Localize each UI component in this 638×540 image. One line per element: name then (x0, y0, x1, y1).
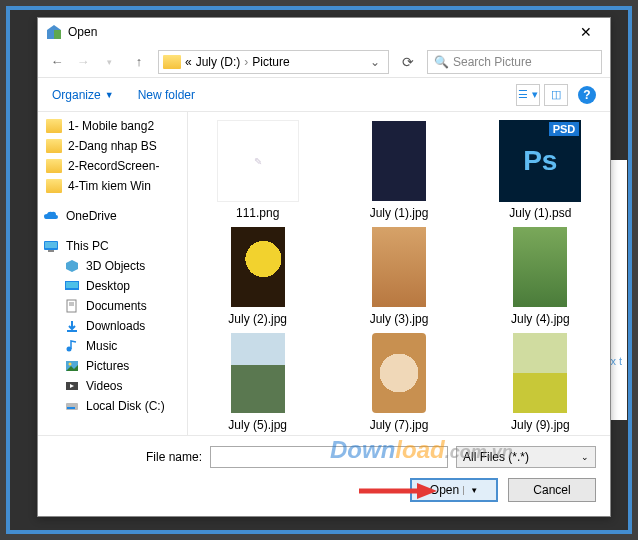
sidebar-this-pc[interactable]: This PC (38, 236, 187, 256)
sidebar-music[interactable]: Music (38, 336, 187, 356)
sidebar-item-label: Documents (86, 299, 147, 313)
sidebar-videos[interactable]: Videos (38, 376, 187, 396)
sidebar-item-label: 2-Dang nhap BS (68, 139, 157, 153)
sidebar-item-label: 4-Tim kiem Win (68, 179, 151, 193)
file-type-filter[interactable]: All Files (*.*)⌄ (456, 446, 596, 468)
file-item[interactable]: July (7).jpg (339, 332, 458, 432)
view-mode-button[interactable]: ☰ ▾ (516, 84, 540, 106)
pc-icon (42, 239, 60, 253)
nav-up-button[interactable]: ↑ (128, 51, 150, 73)
svg-marker-6 (66, 260, 78, 272)
refresh-button[interactable]: ⟳ (397, 51, 419, 73)
sidebar-item-label: This PC (66, 239, 109, 253)
close-button[interactable]: ✕ (570, 24, 602, 40)
cloud-icon (42, 209, 60, 223)
thumbnail (358, 226, 440, 308)
nav-back-button[interactable]: ← (46, 51, 68, 73)
psd-badge: PSD (549, 122, 580, 136)
crumb-prefix: « (185, 55, 192, 69)
sidebar-item-label: Videos (86, 379, 122, 393)
music-icon (64, 339, 80, 353)
file-item[interactable]: ✎111.png (198, 120, 317, 220)
file-label: July (3).jpg (339, 312, 458, 326)
documents-icon (64, 299, 80, 313)
file-item[interactable]: July (2).jpg (198, 226, 317, 326)
open-file-dialog: Open ✕ ← → ▾ ↑ « July (D:) › Picture ⌄ ⟳… (37, 17, 611, 517)
sidebar-item-label: 2-RecordScreen- (68, 159, 159, 173)
svg-rect-2 (47, 30, 54, 39)
sidebar-documents[interactable]: Documents (38, 296, 187, 316)
folder-icon (46, 139, 62, 153)
crumb-drive[interactable]: July (D:) (196, 55, 241, 69)
crumb-folder[interactable]: Picture (252, 55, 289, 69)
sidebar-pictures[interactable]: Pictures (38, 356, 187, 376)
file-item[interactable]: July (5).jpg (198, 332, 317, 432)
sidebar: 1- Mobile bang2 2-Dang nhap BS 2-RecordS… (38, 112, 188, 435)
help-button[interactable]: ? (578, 86, 596, 104)
toolbar: Organize▼ New folder ☰ ▾ ◫ ? (38, 78, 610, 112)
sidebar-onedrive[interactable]: OneDrive (38, 206, 187, 226)
chevron-down-icon: ⌄ (581, 452, 589, 462)
disk-icon (64, 399, 80, 413)
file-label: July (1).psd (481, 206, 600, 220)
sidebar-item-label: Pictures (86, 359, 129, 373)
sidebar-local-disk-c[interactable]: Local Disk (C:) (38, 396, 187, 416)
search-input[interactable]: 🔍 Search Picture (427, 50, 602, 74)
sidebar-item-label: 1- Mobile bang2 (68, 119, 154, 133)
videos-icon (64, 379, 80, 393)
sidebar-item-label: OneDrive (66, 209, 117, 223)
folder-icon (46, 179, 62, 193)
nav-recent-dropdown[interactable]: ▾ (98, 51, 120, 73)
file-label: July (9).jpg (481, 418, 600, 432)
file-label: July (5).jpg (198, 418, 317, 432)
file-item[interactable]: July (4).jpg (481, 226, 600, 326)
thumbnail (217, 226, 299, 308)
file-grid: ✎111.png July (1).jpg PSDPsJuly (1).psd … (188, 112, 610, 435)
thumbnail (217, 332, 299, 414)
svg-marker-21 (417, 483, 437, 499)
file-label: July (7).jpg (339, 418, 458, 432)
search-placeholder: Search Picture (453, 55, 532, 69)
sidebar-folder[interactable]: 1- Mobile bang2 (38, 116, 187, 136)
filter-label: All Files (*.*) (463, 450, 529, 464)
thumbnail: ✎ (217, 120, 299, 202)
thumbnail (499, 332, 581, 414)
sidebar-item-label: Desktop (86, 279, 130, 293)
file-item[interactable]: July (9).jpg (481, 332, 600, 432)
cancel-button[interactable]: Cancel (508, 478, 596, 502)
address-dropdown-icon[interactable]: ⌄ (366, 55, 384, 69)
sidebar-item-label: Downloads (86, 319, 145, 333)
filename-input[interactable] (210, 446, 448, 468)
folder-icon (163, 55, 181, 69)
file-item[interactable]: July (1).jpg (339, 120, 458, 220)
sidebar-folder[interactable]: 2-Dang nhap BS (38, 136, 187, 156)
new-folder-button[interactable]: New folder (138, 88, 195, 102)
file-item[interactable]: PSDPsJuly (1).psd (481, 120, 600, 220)
address-bar[interactable]: « July (D:) › Picture ⌄ (158, 50, 389, 74)
organize-menu[interactable]: Organize▼ (52, 88, 114, 102)
svg-rect-4 (45, 242, 57, 248)
thumbnail: PSDPs (499, 120, 581, 202)
dialog-footer: File name: All Files (*.*)⌄ Open▼ Cancel (38, 435, 610, 516)
thumbnail (358, 332, 440, 414)
app-icon (46, 24, 62, 40)
file-item[interactable]: July (3).jpg (339, 226, 458, 326)
download-icon (64, 319, 80, 333)
sidebar-3d-objects[interactable]: 3D Objects (38, 256, 187, 276)
chevron-down-icon: ▼ (105, 90, 114, 100)
thumbnail (499, 226, 581, 308)
sidebar-folder[interactable]: 2-RecordScreen- (38, 156, 187, 176)
sidebar-downloads[interactable]: Downloads (38, 316, 187, 336)
folder-icon (46, 119, 62, 133)
cube-icon (64, 259, 80, 273)
svg-rect-19 (67, 407, 75, 409)
sidebar-item-label: Local Disk (C:) (86, 399, 165, 413)
preview-pane-button[interactable]: ◫ (544, 84, 568, 106)
dropdown-split-icon[interactable]: ▼ (463, 486, 478, 495)
chevron-right-icon: › (244, 55, 248, 69)
sidebar-desktop[interactable]: Desktop (38, 276, 187, 296)
file-label: July (1).jpg (339, 206, 458, 220)
sidebar-folder[interactable]: 4-Tim kiem Win (38, 176, 187, 196)
filename-label: File name: (52, 450, 202, 464)
svg-rect-8 (66, 282, 78, 288)
